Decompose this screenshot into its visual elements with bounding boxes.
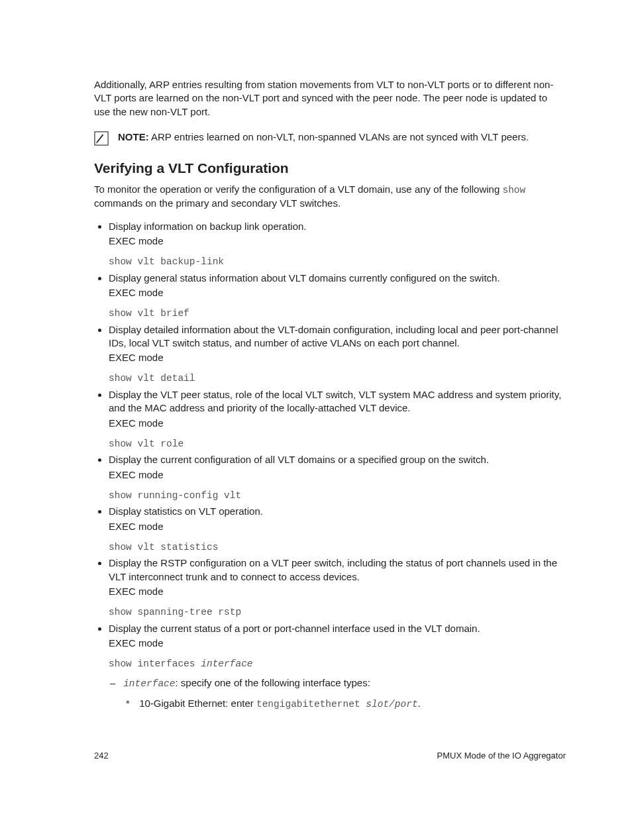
item-desc: Display the RSTP configuration on a VLT … — [109, 556, 566, 584]
sub-list: interface: specify one of the following … — [109, 676, 566, 711]
star-code: tengigabitethernet — [256, 699, 366, 709]
star-ital: slot/port — [366, 699, 417, 709]
item-command: show vlt backup-link — [109, 256, 566, 269]
item-command: show spanning-tree rstp — [109, 606, 566, 619]
param-name: interface — [123, 678, 175, 689]
intro-paragraph: Additionally, ARP entries resulting from… — [94, 78, 566, 119]
item-desc: Display information on backup link opera… — [109, 220, 566, 233]
item-command: show vlt brief — [109, 307, 566, 321]
item-command: show running-config vlt — [109, 490, 566, 503]
page-number: 242 — [94, 751, 109, 761]
lead-pre: To monitor the operation or verify the c… — [94, 184, 502, 195]
document-page: Additionally, ARP entries resulting from… — [0, 0, 632, 840]
cmd-param: interface — [201, 658, 252, 669]
item-mode: EXEC mode — [109, 417, 566, 430]
item-command: show vlt detail — [109, 372, 566, 386]
star-post: . — [418, 698, 421, 709]
footer-title: PMUX Mode of the IO Aggregator — [437, 751, 566, 761]
item-mode: EXEC mode — [109, 286, 566, 299]
item-mode: EXEC mode — [109, 468, 566, 482]
item-desc: Display the current configuration of all… — [109, 453, 566, 466]
sub-list-item: interface: specify one of the following … — [121, 676, 566, 711]
item-desc: Display detailed information about the V… — [109, 323, 566, 350]
param-text: : specify one of the following interface… — [176, 677, 370, 688]
item-mode: EXEC mode — [109, 520, 566, 533]
item-desc: Display statistics on VLT operation. — [109, 505, 566, 518]
item-mode: EXEC mode — [109, 351, 566, 364]
item-mode: EXEC mode — [109, 585, 566, 598]
list-item: Display the current configuration of all… — [109, 453, 566, 502]
list-item: Display detailed information about the V… — [109, 323, 566, 386]
star-pre: 10-Gigabit Ethernet: enter — [139, 698, 256, 709]
list-item: Display the current status of a port or … — [109, 622, 566, 711]
section-heading: Verifying a VLT Configuration — [94, 160, 566, 176]
page-footer: 242 PMUX Mode of the IO Aggregator — [94, 751, 566, 761]
note-text: NOTE: ARP entries learned on non-VLT, no… — [118, 131, 529, 144]
item-desc: Display the current status of a port or … — [109, 622, 566, 635]
item-command: show interfaces interface — [109, 658, 566, 671]
item-desc: Display general status information about… — [109, 272, 566, 285]
list-item: Display information on backup link opera… — [109, 220, 566, 269]
lead-paragraph: To monitor the operation or verify the c… — [94, 183, 566, 211]
note-body: ARP entries learned on non-VLT, non-span… — [149, 131, 529, 142]
inline-code-show: show — [502, 185, 525, 195]
list-item: Display statistics on VLT operation. EXE… — [109, 505, 566, 554]
item-command: show vlt statistics — [109, 541, 566, 554]
item-command: show vlt role — [109, 438, 566, 451]
item-mode: EXEC mode — [109, 235, 566, 248]
note-block: NOTE: ARP entries learned on non-VLT, no… — [94, 131, 566, 146]
note-label: NOTE: — [118, 131, 149, 142]
list-item: Display general status information about… — [109, 272, 566, 321]
item-desc: Display the VLT peer status, role of the… — [109, 388, 566, 415]
item-mode: EXEC mode — [109, 637, 566, 650]
command-list: Display information on backup link opera… — [94, 220, 566, 711]
cmd-pre: show interfaces — [109, 658, 201, 669]
sub-sub-list: 10-Gigabit Ethernet: enter tengigabiteth… — [121, 697, 566, 711]
list-item: Display the VLT peer status, role of the… — [109, 388, 566, 450]
list-item: Display the RSTP configuration on a VLT … — [109, 556, 566, 619]
note-icon — [94, 131, 109, 146]
lead-post: commands on the primary and secondary VL… — [94, 197, 341, 209]
sub-sub-list-item: 10-Gigabit Ethernet: enter tengigabiteth… — [136, 697, 566, 711]
